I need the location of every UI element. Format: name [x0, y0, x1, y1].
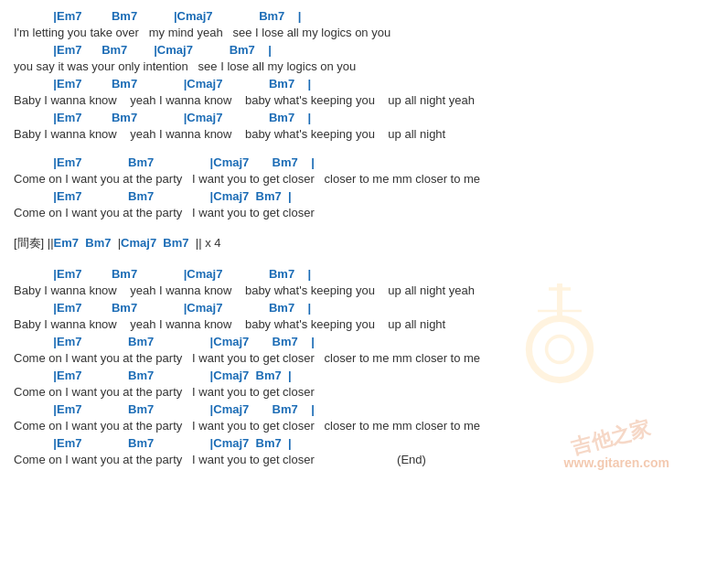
- lyric-line: Baby I wanna know yeah I wanna know baby…: [14, 283, 692, 299]
- lyric-line: Come on I want you at the party I want y…: [14, 171, 692, 187]
- chord-line: |Em7 Bm7 |Cmaj7 Bm7 |: [14, 402, 692, 418]
- chord-line: |Em7 Bm7 |Cmaj7 Bm7 |: [14, 369, 692, 384]
- lyric-line: Come on I want you at the party I want y…: [14, 418, 692, 434]
- lyric-line: Come on I want you at the party I want y…: [14, 205, 692, 221]
- interlude-line: [間奏] ||Em7 Bm7 |Cmaj7 Bm7 || x 4: [14, 234, 692, 252]
- chord-line: |Em7 Bm7 |Cmaj7 Bm7 |: [14, 335, 692, 350]
- lyric-line: Baby I wanna know yeah I wanna know baby…: [14, 92, 692, 109]
- lyric-line: I'm letting you take over my mind yeah s…: [14, 25, 692, 41]
- section-gap: [14, 144, 692, 155]
- section-gap: [14, 223, 692, 234]
- chord-line: |Em7 Bm7 |Cmaj7 Bm7 |: [14, 189, 692, 205]
- chord-line: |Em7 Bm7 |Cmaj7 Bm7 |: [14, 77, 692, 92]
- lyric-line: Come on I want you at the party I want y…: [14, 384, 692, 401]
- section-gap: [14, 256, 692, 267]
- lyric-line: you say it was your only intention see I…: [14, 59, 692, 75]
- lyric-line: Baby I wanna know yeah I wanna know baby…: [14, 126, 692, 143]
- main-container: |Em7 Bm7 |Cmaj7 Bm7 |I'm letting you tak…: [0, 0, 706, 479]
- chord-line: |Em7 Bm7 |Cmaj7 Bm7 |: [14, 436, 692, 452]
- lyric-line: Come on I want you at the party I want y…: [14, 350, 692, 367]
- lyric-line: Baby I wanna know yeah I wanna know baby…: [14, 316, 692, 333]
- chord-line: |Em7 Bm7 |Cmaj7 Bm7 |: [14, 301, 692, 316]
- lyrics-chords-container: |Em7 Bm7 |Cmaj7 Bm7 |I'm letting you tak…: [14, 9, 692, 468]
- chord-line: |Em7 Bm7 |Cmaj7 Bm7 |: [14, 9, 692, 25]
- lyric-line: Come on I want you at the party I want y…: [14, 452, 692, 468]
- chord-line: |Em7 Bm7 |Cmaj7 Bm7 |: [14, 267, 692, 283]
- chord-line: |Em7 Bm7 |Cmaj7 Bm7 |: [14, 111, 692, 126]
- chord-line: |Em7 Bm7 |Cmaj7 Bm7 |: [14, 155, 692, 171]
- chord-line: |Em7 Bm7 |Cmaj7 Bm7 |: [14, 43, 692, 59]
